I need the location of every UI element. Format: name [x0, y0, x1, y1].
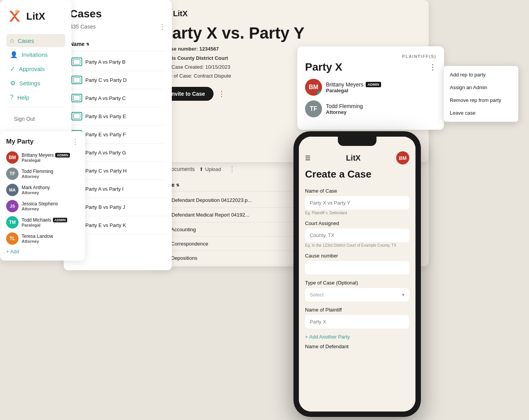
- cause-number-group: Cause number: [305, 253, 409, 274]
- avatar: TF: [305, 100, 322, 117]
- type-of-case-label: Type of Case (Optional): [305, 280, 409, 286]
- avatar: TL: [6, 232, 19, 245]
- avatar: BM: [6, 151, 19, 164]
- name-of-case-input[interactable]: [305, 196, 409, 210]
- person-icon: 👤: [10, 51, 18, 58]
- cases-count: 435 Cases: [70, 24, 96, 30]
- name-of-case-label: Name of Case: [305, 188, 409, 194]
- case-title: Party X vs. Party Y: [161, 24, 418, 42]
- member-role: Paralegal: [22, 158, 79, 163]
- plaintiff-label: PLAINTIFF(S): [305, 54, 436, 59]
- sidebar-invitations-label: Invitations: [22, 51, 48, 58]
- folder-name: Correspondence: [171, 241, 208, 247]
- sidebar-item-help[interactable]: ? Help: [6, 91, 65, 104]
- case-row[interactable]: Party A vs Party B: [70, 53, 166, 71]
- sidebar-help-label: Help: [17, 94, 29, 101]
- my-party-more-button[interactable]: ⋮: [72, 137, 79, 146]
- party-x-more-button[interactable]: ⋮: [429, 63, 436, 72]
- sidebar-item-approvals[interactable]: ✓ Approvals: [6, 62, 65, 76]
- logo-area: LitX: [6, 8, 65, 25]
- my-party-title: My Party: [6, 138, 34, 146]
- phone-frame: ☰ LitX BM Create a Case Name of Case Eg.…: [293, 131, 421, 417]
- name-of-defendant-label: Name of Defendant: [305, 344, 409, 349]
- verified-icon: ✓: [317, 91, 322, 96]
- create-case-title: Create a Case: [305, 168, 409, 180]
- sort-arrows-icon: ⇅: [176, 183, 179, 187]
- case-icon: [71, 58, 82, 66]
- doc-name: Defendant Deposition 04122023.p...: [171, 197, 252, 203]
- list-item: TL Teresa Landow Attorney: [6, 232, 79, 245]
- party-x-title: Party X ⋮: [305, 61, 436, 73]
- context-menu-leave-case[interactable]: Leave case: [444, 107, 518, 119]
- upload-icon: ⬆: [199, 166, 203, 172]
- check-icon: ✓: [10, 65, 15, 73]
- court-assigned-group: Court Assigned Eg. In the 123rd District…: [305, 220, 409, 247]
- member-name: Todd Michaels ADMIN: [22, 217, 79, 223]
- case-icon: [71, 112, 82, 120]
- add-member-link[interactable]: + Add: [6, 249, 79, 254]
- type-of-case-placeholder: Select: [310, 292, 324, 298]
- folder-name: Accounting: [171, 227, 196, 232]
- context-menu-assign-admin[interactable]: Assign an Admin: [444, 81, 518, 94]
- member-name: Brittany Meyers ADMIN: [22, 152, 79, 158]
- nav-divider: [6, 107, 65, 107]
- member-name: Todd Flemming: [22, 169, 79, 174]
- sidebar-item-invitations[interactable]: 👤 Invitations: [6, 48, 65, 61]
- context-menu-remove-rep[interactable]: Remove rep from party: [444, 94, 518, 107]
- case-row[interactable]: Party C vs Party D: [70, 71, 166, 89]
- member-info: Todd Flemming Attorney: [326, 103, 363, 115]
- case-name: Party A vs Party G: [85, 150, 126, 156]
- sidebar-item-settings[interactable]: ⚙ Settings: [6, 76, 65, 90]
- member-info: Todd Flemming Attorney: [22, 169, 79, 179]
- case-row[interactable]: Party B vs Party E: [70, 107, 166, 125]
- context-menu-add-rep[interactable]: Add rep to party: [444, 68, 518, 81]
- case-row[interactable]: Party A vs Party C: [70, 89, 166, 107]
- docs-more-button[interactable]: ⋮: [229, 165, 236, 173]
- name-of-plaintiff-input[interactable]: [305, 315, 409, 329]
- avatar: MA: [6, 184, 19, 196]
- cases-count-row: 435 Cases ⋮: [70, 22, 166, 31]
- doc-name: Defendant Medical Report 04192...: [171, 212, 249, 218]
- case-icon: [71, 94, 82, 102]
- name-of-case-group: Name of Case Eg. Plaintiff v. Defendant: [305, 188, 409, 215]
- court-assigned-hint: Eg. In the 123rd District Court of Examp…: [305, 243, 409, 247]
- signout-label: Sign Out: [10, 113, 39, 124]
- home-icon: ⌂: [10, 37, 14, 44]
- context-menu: Add rep to party Assign an Admin Remove …: [443, 66, 519, 122]
- phone-hamburger-icon[interactable]: ☰: [305, 154, 310, 162]
- sidebar-item-signout[interactable]: Sign Out: [6, 110, 65, 127]
- cases-more-button[interactable]: ⋮: [159, 22, 166, 31]
- admin-badge: ADMIN: [53, 218, 68, 222]
- nav-litx-label: LitX: [173, 9, 188, 18]
- cause-number-input[interactable]: [305, 261, 409, 274]
- upload-button[interactable]: ⬆ Upload: [199, 166, 221, 172]
- list-item: BM Brittany Meyers ADMIN Paralegal: [6, 151, 79, 164]
- add-another-party-link[interactable]: + Add Another Party: [305, 334, 409, 340]
- member-role: Attorney: [22, 207, 79, 211]
- name-of-plaintiff-group: Name of Plaintiff: [305, 307, 409, 329]
- court-assigned-input[interactable]: [305, 229, 409, 242]
- sidebar-approvals-label: Approvals: [19, 66, 45, 72]
- case-detail-more-button[interactable]: ⋮: [218, 90, 225, 98]
- member-name: Jessica Stephens: [22, 201, 79, 207]
- phone-notch: [338, 137, 376, 146]
- list-item: TF Todd Flemming Attorney: [6, 168, 79, 180]
- type-of-case-select[interactable]: Select ▾: [305, 288, 409, 301]
- name-of-case-hint: Eg. Plaintiff v. Defendant: [305, 211, 409, 215]
- gear-icon: ⚙: [10, 80, 15, 87]
- case-name: Party E vs Party F: [85, 132, 126, 137]
- phone-avatar-button[interactable]: BM: [396, 151, 409, 164]
- admin-badge: ADMIN: [366, 82, 381, 87]
- member-name: Todd Flemming: [326, 103, 363, 109]
- sidebar-item-cases[interactable]: ⌂ Cases: [6, 34, 65, 47]
- sidebar-cases-label: Cases: [18, 37, 34, 44]
- chevron-down-icon: ▾: [402, 292, 405, 298]
- avatar: TM: [6, 216, 19, 229]
- avatar: JS: [6, 200, 19, 212]
- case-top-nav: ☰ LitX: [161, 9, 418, 18]
- court-assigned-label: Court Assigned: [305, 220, 409, 226]
- list-item: TF Todd Flemming Attorney: [305, 100, 436, 117]
- cases-sort-header[interactable]: Name ⇅: [70, 37, 166, 51]
- party-x-card: PLAINTIFF(S) Party X ⋮ BM ✓ Brittany Mey…: [297, 46, 444, 130]
- case-name: Party A vs Party I: [85, 186, 124, 192]
